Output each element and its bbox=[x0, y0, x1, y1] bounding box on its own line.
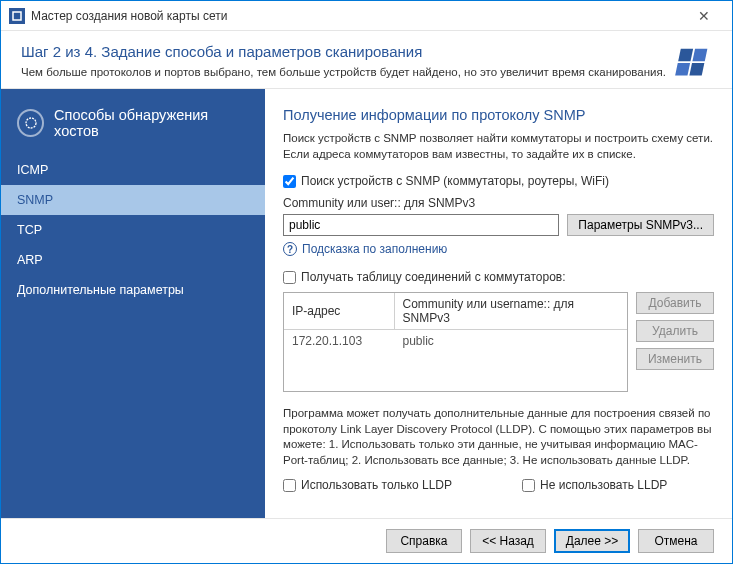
svg-rect-0 bbox=[13, 12, 21, 20]
checkbox-snmp-search-input[interactable] bbox=[283, 175, 296, 188]
delete-button[interactable]: Удалить bbox=[636, 320, 714, 342]
add-button[interactable]: Добавить bbox=[636, 292, 714, 314]
col-community-header[interactable]: Community или username:: для SNMPv3 bbox=[394, 293, 627, 330]
switch-table[interactable]: IP-адрес Community или username:: для SN… bbox=[283, 292, 628, 392]
sidebar-item-tcp[interactable]: TCP bbox=[1, 215, 265, 245]
table-row[interactable]: 172.20.1.103 public bbox=[284, 330, 627, 353]
hint-link[interactable]: ? Подсказка по заполнению bbox=[283, 242, 714, 256]
close-button[interactable]: ✕ bbox=[684, 2, 724, 30]
svg-rect-4 bbox=[689, 63, 704, 75]
checkbox-lldp-only-input[interactable] bbox=[283, 479, 296, 492]
cancel-button[interactable]: Отмена bbox=[638, 529, 714, 553]
snmp-params-button[interactable]: Параметры SNMPv3... bbox=[567, 214, 714, 236]
window-title: Мастер создания новой карты сети bbox=[31, 9, 684, 23]
discovery-icon bbox=[17, 109, 44, 137]
step-description: Чем больше протоколов и портов выбрано, … bbox=[21, 66, 712, 78]
checkbox-lldp-off[interactable]: Не использовать LLDP bbox=[522, 478, 667, 492]
sidebar-title: Способы обнаружения хостов bbox=[54, 107, 249, 139]
sidebar-item-icmp[interactable]: ICMP bbox=[1, 155, 265, 185]
sidebar-item-snmp[interactable]: SNMP bbox=[1, 185, 265, 215]
svg-rect-1 bbox=[678, 49, 693, 61]
edit-button[interactable]: Изменить bbox=[636, 348, 714, 370]
svg-rect-2 bbox=[692, 49, 707, 61]
back-button[interactable]: << Назад bbox=[470, 529, 546, 553]
info-icon: ? bbox=[283, 242, 297, 256]
checkbox-snmp-search[interactable]: Поиск устройств с SNMP (коммутаторы, роу… bbox=[283, 174, 714, 188]
sidebar-item-advanced[interactable]: Дополнительные параметры bbox=[1, 275, 265, 305]
main-panel: Получение информации по протоколу SNMP П… bbox=[265, 89, 732, 518]
app-icon bbox=[9, 8, 25, 24]
sidebar-item-arp[interactable]: ARP bbox=[1, 245, 265, 275]
step-title: Шаг 2 из 4. Задание способа и параметров… bbox=[21, 43, 712, 60]
svg-point-5 bbox=[26, 118, 36, 128]
next-button[interactable]: Далее >> bbox=[554, 529, 630, 553]
lldp-description: Программа может получать дополнительные … bbox=[283, 406, 714, 468]
checkbox-switch-table-input[interactable] bbox=[283, 271, 296, 284]
product-logo-icon bbox=[674, 45, 712, 83]
community-label: Community или user:: для SNMPv3 bbox=[283, 196, 714, 210]
sidebar: Способы обнаружения хостов ICMP SNMP TCP… bbox=[1, 89, 265, 518]
panel-title: Получение информации по протоколу SNMP bbox=[283, 107, 714, 123]
help-button[interactable]: Справка bbox=[386, 529, 462, 553]
svg-rect-3 bbox=[675, 63, 690, 75]
col-ip-header[interactable]: IP-адрес bbox=[284, 293, 394, 330]
panel-description: Поиск устройств с SNMP позволяет найти к… bbox=[283, 131, 714, 162]
wizard-footer: Справка << Назад Далее >> Отмена bbox=[1, 518, 732, 563]
community-input[interactable] bbox=[283, 214, 559, 236]
checkbox-lldp-off-input[interactable] bbox=[522, 479, 535, 492]
sidebar-header: Способы обнаружения хостов bbox=[1, 89, 265, 155]
checkbox-lldp-only[interactable]: Использовать только LLDP bbox=[283, 478, 452, 492]
checkbox-switch-table[interactable]: Получать таблицу соединений с коммутатор… bbox=[283, 270, 714, 284]
